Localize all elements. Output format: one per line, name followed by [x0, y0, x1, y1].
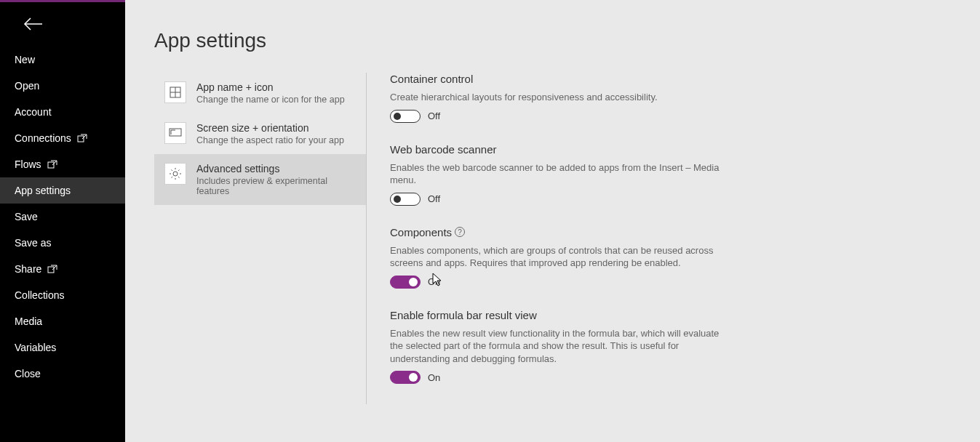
nav-save[interactable]: Save: [0, 204, 125, 230]
svg-rect-5: [48, 267, 54, 273]
nav-label: Account: [15, 106, 52, 118]
setting-desc: Create hierarchical layouts for responsi…: [390, 91, 725, 104]
tab-title: Advanced settings: [196, 163, 356, 174]
nav-label: Flows: [15, 158, 41, 170]
setting-title: Web barcode scanner: [390, 143, 725, 156]
nav-label: Share: [15, 263, 41, 275]
nav-media[interactable]: Media: [0, 308, 125, 334]
nav-close[interactable]: Close: [0, 361, 125, 387]
setting-web-barcode-scanner: Web barcode scanner Enables the web barc…: [390, 143, 725, 206]
nav-collections[interactable]: Collections: [0, 282, 125, 308]
nav-account[interactable]: Account: [0, 99, 125, 125]
setting-components: Components ? Enables components, which a…: [390, 226, 725, 289]
back-button[interactable]: [0, 4, 125, 47]
settings-columns: App name + icon Change the name or icon …: [154, 73, 951, 404]
nav-new[interactable]: New: [0, 47, 125, 73]
file-menu-sidebar: New Open Account Connections Flows App s…: [0, 0, 125, 442]
toggle-state-label: Off: [428, 193, 440, 204]
tab-advanced-settings[interactable]: Advanced settings Includes preview & exp…: [154, 154, 366, 205]
tab-desc: Change the name or icon for the app: [196, 95, 345, 105]
nav-label: Save as: [15, 237, 52, 249]
toggle-container-control[interactable]: [390, 110, 421, 123]
svg-rect-1: [78, 136, 84, 142]
nav-variables[interactable]: Variables: [0, 334, 125, 361]
nav-app-settings[interactable]: App settings: [0, 177, 125, 204]
setting-container-control: Container control Create hierarchical la…: [390, 73, 725, 123]
main-content: App settings App name + icon Change the …: [125, 0, 980, 442]
nav-label: Open: [15, 80, 39, 92]
setting-desc: Enables the web barcode scanner to be ad…: [390, 161, 725, 187]
toggle-state-label: On: [428, 372, 440, 383]
toggle-components[interactable]: [390, 276, 421, 289]
toggle-web-barcode-scanner[interactable]: [390, 193, 421, 206]
help-icon[interactable]: ?: [455, 227, 465, 237]
setting-title: Components ?: [390, 226, 725, 238]
tab-title: Screen size + orientation: [196, 122, 344, 134]
tab-app-name-icon[interactable]: App name + icon Change the name or icon …: [154, 73, 366, 113]
setting-title: Container control: [390, 73, 725, 85]
external-link-icon: [47, 160, 57, 169]
nav-open[interactable]: Open: [0, 73, 125, 99]
nav-share[interactable]: Share: [0, 256, 125, 282]
app-grid-icon: [164, 81, 186, 103]
setting-desc: Enables the new result view functionalit…: [390, 327, 725, 366]
tab-desc: Change the aspect ratio for your app: [196, 135, 344, 145]
toggle-formula-bar-result-view[interactable]: [390, 371, 421, 384]
nav-label: Variables: [15, 342, 56, 353]
nav-label: Connections: [15, 132, 71, 144]
nav-label: New: [15, 54, 35, 65]
toggle-state-label: Off: [428, 110, 440, 121]
setting-title-text: Components: [390, 226, 452, 238]
svg-line-4: [52, 161, 57, 165]
setting-title: Enable formula bar result view: [390, 309, 725, 321]
external-link-icon: [47, 265, 57, 273]
setting-formula-bar-result-view: Enable formula bar result view Enables t…: [390, 309, 725, 385]
toggle-state-label: On: [428, 276, 440, 287]
tab-title: App name + icon: [196, 81, 345, 93]
nav-label: App settings: [15, 185, 71, 196]
tab-desc: Includes preview & experimental features: [196, 176, 356, 196]
nav-label: Close: [15, 368, 41, 379]
svg-point-11: [173, 172, 178, 176]
svg-rect-3: [48, 162, 54, 168]
back-arrow-icon: [23, 17, 44, 31]
settings-detail: Container control Create hierarchical la…: [390, 73, 725, 404]
settings-tabs: App name + icon Change the name or icon …: [154, 73, 367, 404]
svg-line-2: [82, 134, 87, 139]
nav-label: Media: [15, 316, 42, 327]
gear-icon: [164, 163, 186, 185]
nav-save-as[interactable]: Save as: [0, 230, 125, 256]
external-link-icon: [77, 134, 87, 142]
setting-desc: Enables components, which are groups of …: [390, 244, 725, 270]
svg-line-6: [52, 265, 57, 270]
nav-label: Save: [15, 211, 38, 222]
screen-size-icon: [164, 122, 186, 144]
nav-label: Collections: [15, 289, 64, 301]
nav-flows[interactable]: Flows: [0, 151, 125, 177]
nav-connections[interactable]: Connections: [0, 125, 125, 151]
page-title: App settings: [154, 29, 951, 52]
tab-screen-size[interactable]: Screen size + orientation Change the asp…: [154, 113, 366, 154]
